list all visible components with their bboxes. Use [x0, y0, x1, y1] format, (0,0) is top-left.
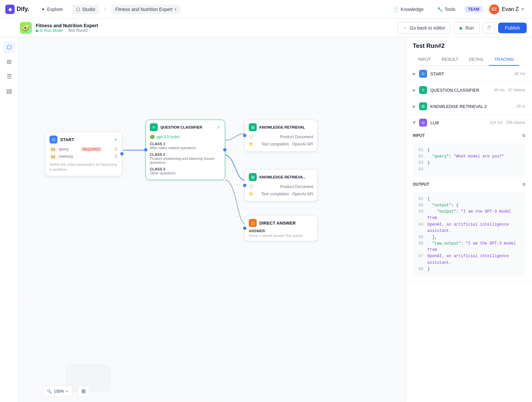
trace-kr2-icon: ⊞	[419, 102, 427, 110]
logo[interactable]: ◆ Dify.	[5, 5, 29, 14]
studio-icon: ⬡	[76, 7, 80, 12]
memory-menu-icon: ☰	[114, 154, 118, 159]
run-label: Test Run#2	[68, 28, 88, 33]
tools-label: Tools	[445, 7, 456, 12]
kr1-body: 📄 Product Document 📁 Text completion · O…	[245, 133, 317, 151]
memory-tag: {x}	[49, 154, 57, 159]
canvas[interactable]: ⊙ START ✓ {x} query REQUIRED ☰ {x}	[19, 37, 406, 402]
trace-qc-time: 46 ms · 87 tokens	[494, 88, 525, 92]
panel-title: Test Run#2	[413, 43, 525, 50]
sidebar-list-icon[interactable]: ☰	[3, 70, 15, 82]
question-classifier-node[interactable]: ≡ QUESTION CLASSIFIER ✓ 🟢 gpt-3.5-turbo …	[145, 120, 225, 180]
input-line-4: 04	[417, 166, 521, 173]
output-line-5: 05 },	[417, 234, 521, 241]
app-subtitle: ▶ In Run Mode · Test Run#2	[36, 28, 394, 33]
sidebar: ⬡ ⊞ ☰ ▤	[0, 37, 19, 402]
output-line-4: 04 OpenAI, an artificial intelligence as…	[417, 222, 521, 234]
user-menu[interactable]: EZ Evan Z ▾	[487, 3, 527, 16]
qc-connector-left	[144, 148, 147, 151]
input-section-header: INPUT ⧉	[406, 131, 532, 141]
kr2-title-row: ⊞ KNOWLEDGE RETRIEVA...	[249, 173, 306, 181]
avatar: EZ	[489, 4, 499, 14]
back-to-editor-button[interactable]: ← Go back to editor	[398, 22, 451, 34]
nav-right: TEAM EZ Evan Z ▾	[465, 3, 527, 16]
publish-button[interactable]: Publish	[498, 23, 527, 33]
trace-qc-label: QUESTION CLASSIFIER	[430, 88, 490, 93]
kr2-doc-icon: 📄	[249, 184, 254, 189]
query-tag: {x}	[49, 147, 57, 151]
logo-text: Dify.	[17, 6, 29, 13]
class-3-text: Other questions	[150, 171, 221, 175]
direct-answer-node[interactable]: ⊡ DIRECT ANSWER ANSWER Sorry, I cannot a…	[244, 215, 317, 241]
tab-result[interactable]: RESULT	[436, 53, 464, 66]
output-line-6: 06 "raw_output": "I am the GPT-3 model f…	[417, 241, 521, 253]
da-answer-text: Sorry, I cannot answer this questi...	[249, 234, 313, 238]
kr2-icon: ⊞	[249, 173, 257, 181]
input-line-1: 01 {	[417, 147, 521, 153]
llm-label: LLM	[430, 120, 486, 125]
qc-node-title: QUESTION CLASSIFIER	[160, 125, 202, 129]
run-button[interactable]: ▶ Run	[454, 22, 480, 34]
kr2-doc: 📄 Product Document	[249, 183, 313, 190]
output-line-8: 08 }	[417, 266, 521, 272]
da-title-row: ⊡ DIRECT ANSWER	[249, 219, 296, 227]
sub-header: 🥑 Fitness and Nutrition Expert ▶ In Run …	[0, 19, 532, 37]
kr2-completion: 📁 Text completion · OpenAI API	[249, 190, 313, 198]
user-name: Evan Z	[502, 6, 519, 12]
expand-button[interactable]: ⊞	[78, 386, 89, 397]
tab-tracing[interactable]: TRACING	[489, 53, 519, 66]
tab-detail[interactable]: DETAIL	[464, 53, 489, 66]
da-connector-left	[243, 227, 246, 230]
play-icon: ▶	[36, 28, 39, 33]
start-node-desc: Define the initial parameters for launch…	[49, 160, 118, 172]
llm-header[interactable]: ▶ ◎ LLM 124 ms · 258 tokens	[406, 115, 532, 131]
class-2-label: CLASS 2	[150, 152, 221, 156]
sub-header-actions: ← Go back to editor ▶ Run ⏱ Publish	[398, 22, 527, 34]
zoom-control[interactable]: 🔍 100% ▾	[43, 386, 72, 397]
chevron-down-icon: ▾	[174, 7, 177, 12]
run-mode-badge: ▶ In Run Mode	[36, 28, 63, 33]
trace-start-expand-icon: ▶	[413, 71, 416, 76]
publish-label: Publish	[505, 25, 520, 31]
copy-input-icon[interactable]: ⧉	[522, 133, 525, 138]
nav-tools[interactable]: 🔧 Tools	[433, 5, 460, 14]
class-2: CLASS 2 Product positioning and planning…	[150, 151, 221, 166]
zoom-chevron-icon: ▾	[66, 389, 68, 394]
sidebar-chart-icon[interactable]: ▤	[3, 85, 15, 97]
input-code-block: 01 { 02 "query": "What model are you?" 0…	[413, 143, 525, 177]
nav-studio[interactable]: ⬡ Studio	[72, 5, 99, 14]
knowledge-icon: 📄	[393, 7, 399, 12]
completion-icon: 📁	[249, 142, 254, 147]
knowledge-retrieval-2-node[interactable]: ⊞ KNOWLEDGE RETRIEVA... 📄 Product Docume…	[244, 169, 317, 201]
trace-qc[interactable]: ▶ ≡ QUESTION CLASSIFIER 46 ms · 87 token…	[406, 82, 532, 98]
kr1-header: ⊞ KNOWLEDGE RETRIEVAL	[245, 120, 317, 133]
app-name-label: Fitness and Nutrition Expert	[115, 7, 173, 12]
class-3-label: CLASS 3	[150, 167, 221, 171]
start-node-connector-right	[120, 152, 124, 155]
start-node-header: ⊙ START ✓	[45, 132, 122, 146]
class-1-label: CLASS 1	[150, 142, 221, 146]
knowledge-retrieval-1-node[interactable]: ⊞ KNOWLEDGE RETRIEVAL 📄 Product Document…	[244, 120, 317, 151]
panel-header: Test Run#2 INPUT RESULT DETAIL TRACING	[406, 37, 532, 66]
back-label: Go back to editor	[410, 25, 445, 31]
trace-start[interactable]: ▶ ⊙ START 46 ms	[406, 66, 532, 82]
kr1-doc: 📄 Product Document	[249, 133, 313, 141]
nav-app-name[interactable]: Fitness and Nutrition Expert ▾	[111, 5, 181, 14]
trace-start-time: 46 ms	[514, 71, 525, 76]
nav-knowledge[interactable]: 📄 Knowledge	[389, 5, 427, 14]
sidebar-code-icon[interactable]: ⊞	[3, 56, 15, 68]
zoom-icon: 🔍	[47, 389, 52, 394]
expand-icon: ⊞	[81, 388, 86, 394]
trace-kr2[interactable]: ▶ ⊞ KNOWLEDGE RETRIEVAL 2 26 m	[406, 98, 532, 115]
sidebar-workflow-icon[interactable]: ⬡	[3, 41, 15, 53]
da-body: ANSWER Sorry, I cannot answer this quest…	[245, 229, 317, 241]
kr1-title-row: ⊞ KNOWLEDGE RETRIEVAL	[249, 123, 305, 131]
tab-input[interactable]: INPUT	[413, 53, 436, 66]
copy-output-icon[interactable]: ⧉	[522, 182, 525, 187]
start-node[interactable]: ⊙ START ✓ {x} query REQUIRED ☰ {x}	[45, 132, 122, 176]
clock-button[interactable]: ⏱	[483, 22, 495, 34]
tools-icon: 🔧	[437, 7, 443, 12]
query-menu-icon: ☰	[114, 147, 118, 151]
nav-explore[interactable]: ✦ Explore	[37, 5, 67, 14]
right-panel: Test Run#2 INPUT RESULT DETAIL TRACING ▶…	[406, 37, 532, 402]
